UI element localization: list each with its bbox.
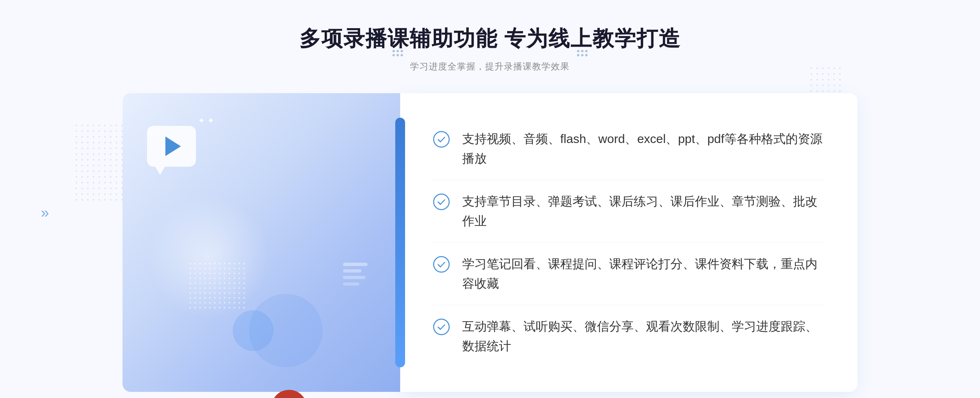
info-card: 支持视频、音频、flash、word、excel、ppt、pdf等各种格式的资源… [400, 93, 858, 392]
play-bubble [147, 126, 196, 167]
page-container: » 多项录播课辅助功能 专为线上教学打造 学习进度全掌握，提升录播课教学效果 [0, 0, 980, 398]
content-area: ✦ ✦ [122, 93, 858, 392]
title-dots-left [577, 50, 588, 56]
hair [271, 390, 307, 398]
feature-item-1: 支持视频、音频、flash、word、excel、ppt、pdf等各种格式的资源… [433, 118, 825, 180]
deco-dots-illustration [188, 261, 245, 310]
check-icon-1 [433, 131, 450, 148]
svg-point-2 [434, 257, 449, 272]
dot-grid-right [392, 50, 403, 56]
page-subtitle: 学习进度全掌握，提升录播课教学效果 [299, 60, 681, 73]
check-icon-4 [433, 318, 450, 335]
play-icon [165, 136, 181, 156]
svg-point-3 [434, 319, 449, 335]
feature-text-3: 学习笔记回看、课程提问、课程评论打分、课件资料下载，重点内容收藏 [462, 254, 825, 293]
feature-item-4: 互动弹幕、试听购买、微信分享、观看次数限制、学习进度跟踪、数据统计 [433, 305, 825, 367]
header-section: 多项录播课辅助功能 专为线上教学打造 学习进度全掌握，提升录播课教学效果 [299, 25, 681, 73]
page-title: 多项录播课辅助功能 专为线上教学打造 [299, 25, 681, 53]
feature-text-1: 支持视频、音频、flash、word、excel、ppt、pdf等各种格式的资源… [462, 129, 825, 168]
feature-text-4: 互动弹幕、试听购买、微信分享、观看次数限制、学习进度跟踪、数据统计 [462, 317, 825, 356]
title-dots-right [392, 50, 403, 56]
deco-stripes [343, 263, 368, 286]
svg-point-0 [434, 132, 449, 147]
svg-point-1 [434, 194, 449, 210]
star-decoration: ✦ ✦ [198, 116, 214, 125]
feature-text-2: 支持章节目录、弹题考试、课后练习、课后作业、章节测验、批改作业 [462, 192, 825, 231]
accent-bar [395, 118, 405, 367]
feature-item-3: 学习笔记回看、课程提问、课程评论打分、课件资料下载，重点内容收藏 [433, 243, 825, 305]
illustration-card: ✦ ✦ [122, 93, 400, 392]
check-icon-3 [433, 256, 450, 273]
left-chevron-decoration: » [41, 204, 46, 221]
bg-dots-left [74, 123, 122, 204]
dot-grid-left [577, 50, 588, 56]
feature-item-2: 支持章节目录、弹题考试、课后练习、课后作业、章节测验、批改作业 [433, 180, 825, 243]
check-icon-2 [433, 193, 450, 210]
